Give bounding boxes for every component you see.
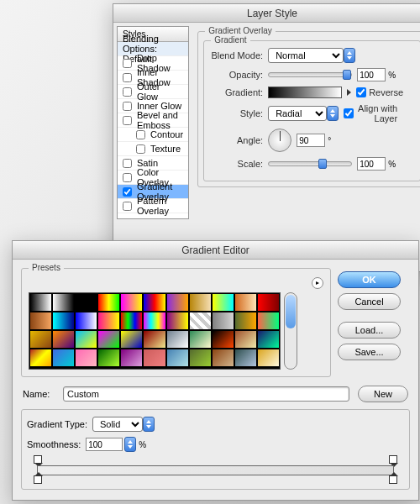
preset-swatch[interactable] bbox=[52, 312, 75, 330]
style-stepper[interactable] bbox=[327, 106, 339, 121]
style-item-bevel-and-emboss[interactable]: Bevel and Emboss bbox=[118, 113, 188, 128]
name-input[interactable] bbox=[63, 386, 349, 402]
opacity-percent: % bbox=[388, 71, 396, 80]
preset-swatch[interactable] bbox=[29, 349, 52, 367]
preset-swatch[interactable] bbox=[97, 330, 120, 349]
angle-dial[interactable] bbox=[268, 129, 291, 152]
presets-menu-icon[interactable]: ▸ bbox=[312, 277, 323, 289]
preset-swatch[interactable] bbox=[143, 330, 165, 349]
preset-swatch[interactable] bbox=[120, 312, 143, 330]
preset-swatch[interactable] bbox=[143, 312, 165, 330]
presets-grid[interactable] bbox=[29, 292, 281, 370]
preset-swatch[interactable] bbox=[97, 293, 120, 312]
preset-swatch[interactable] bbox=[29, 293, 52, 312]
scale-input[interactable] bbox=[357, 157, 386, 171]
preset-swatch[interactable] bbox=[120, 293, 143, 312]
preset-swatch[interactable] bbox=[29, 312, 52, 330]
gradient-type-label: Gradient Type: bbox=[27, 419, 87, 429]
style-select[interactable]: Radial bbox=[268, 106, 327, 121]
color-stop-left[interactable] bbox=[34, 475, 42, 484]
preset-swatch[interactable] bbox=[120, 330, 143, 349]
preset-swatch[interactable] bbox=[189, 293, 212, 312]
preset-swatch[interactable] bbox=[166, 293, 189, 312]
preset-swatch[interactable] bbox=[189, 312, 212, 330]
layer-style-window: Layer Style Styles Blending Options: Def… bbox=[113, 3, 420, 272]
save-button[interactable]: Save... bbox=[338, 344, 401, 360]
cancel-button[interactable]: Cancel bbox=[338, 293, 401, 310]
preset-swatch[interactable] bbox=[257, 349, 280, 367]
preset-swatch[interactable] bbox=[75, 349, 97, 367]
gradient-popup-icon[interactable] bbox=[347, 89, 351, 96]
preset-swatch[interactable] bbox=[75, 330, 97, 349]
opacity-slider[interactable] bbox=[268, 72, 352, 77]
preset-swatch[interactable] bbox=[234, 293, 257, 312]
preset-swatch[interactable] bbox=[120, 349, 143, 367]
style-item-checkbox[interactable] bbox=[123, 116, 132, 125]
angle-input[interactable] bbox=[297, 134, 325, 147]
style-item-checkbox[interactable] bbox=[123, 102, 132, 111]
style-item-checkbox[interactable] bbox=[123, 202, 132, 211]
preset-swatch[interactable] bbox=[97, 312, 120, 330]
preset-swatch[interactable] bbox=[257, 293, 280, 312]
style-item-checkbox[interactable] bbox=[136, 130, 145, 139]
preset-swatch[interactable] bbox=[52, 349, 75, 367]
preset-swatch[interactable] bbox=[29, 330, 52, 349]
preset-swatch[interactable] bbox=[257, 312, 280, 330]
gradient-type-stepper[interactable] bbox=[143, 417, 155, 432]
style-item-checkbox[interactable] bbox=[123, 59, 132, 68]
style-item-checkbox[interactable] bbox=[123, 159, 132, 168]
style-item-checkbox[interactable] bbox=[123, 87, 132, 97]
preset-swatch[interactable] bbox=[143, 293, 165, 312]
preset-swatch[interactable] bbox=[75, 293, 97, 312]
reverse-checkbox[interactable]: Reverse bbox=[356, 87, 415, 97]
smoothness-stepper[interactable] bbox=[124, 437, 136, 452]
preset-swatch[interactable] bbox=[234, 330, 257, 349]
blend-mode-stepper[interactable] bbox=[344, 48, 355, 63]
preset-swatch[interactable] bbox=[189, 330, 212, 349]
smoothness-input[interactable] bbox=[86, 438, 123, 451]
opacity-input[interactable] bbox=[357, 68, 386, 81]
new-button[interactable]: New bbox=[358, 386, 408, 402]
color-stop-right[interactable] bbox=[389, 475, 397, 484]
style-item-checkbox[interactable] bbox=[136, 144, 145, 154]
preset-swatch[interactable] bbox=[257, 330, 280, 349]
gradient-track[interactable] bbox=[37, 465, 394, 475]
preset-swatch[interactable] bbox=[212, 330, 234, 349]
gradient-type-select[interactable]: Solid bbox=[92, 417, 143, 432]
style-item-outer-glow[interactable]: Outer Glow bbox=[118, 85, 188, 99]
angle-degree: ° bbox=[328, 136, 331, 145]
style-item-checkbox[interactable] bbox=[123, 73, 132, 82]
ok-button[interactable]: OK bbox=[338, 271, 401, 288]
load-button[interactable]: Load... bbox=[338, 322, 401, 339]
preset-swatch[interactable] bbox=[143, 349, 165, 367]
opacity-stop-right[interactable] bbox=[389, 455, 397, 464]
preset-swatch[interactable] bbox=[52, 293, 75, 312]
align-checkbox[interactable]: Align with Layer bbox=[344, 103, 402, 123]
opacity-stop-left[interactable] bbox=[34, 455, 42, 464]
preset-swatch[interactable] bbox=[234, 349, 257, 367]
blend-mode-select[interactable]: Normal bbox=[268, 48, 344, 63]
preset-swatch[interactable] bbox=[189, 349, 212, 367]
preset-swatch[interactable] bbox=[212, 349, 234, 367]
preset-swatch[interactable] bbox=[212, 312, 234, 330]
preset-swatch[interactable] bbox=[166, 312, 189, 330]
preset-swatch[interactable] bbox=[234, 312, 257, 330]
style-item-label: Outer Glow bbox=[137, 81, 183, 102]
style-item-checkbox[interactable] bbox=[123, 173, 132, 182]
gradient-preview[interactable] bbox=[268, 87, 342, 98]
style-item-pattern-overlay[interactable]: Pattern Overlay bbox=[118, 199, 188, 213]
preset-swatch[interactable] bbox=[212, 293, 234, 312]
preset-swatch[interactable] bbox=[97, 349, 120, 367]
presets-scrollbar[interactable] bbox=[284, 292, 297, 370]
gradient-stops-bar[interactable] bbox=[34, 455, 397, 484]
blend-mode-label: Blend Mode: bbox=[209, 50, 268, 60]
preset-swatch[interactable] bbox=[52, 330, 75, 349]
style-item-texture[interactable]: Texture bbox=[118, 142, 188, 156]
preset-swatch[interactable] bbox=[166, 330, 189, 349]
scale-label: Scale: bbox=[209, 159, 268, 169]
scale-slider[interactable] bbox=[268, 161, 352, 166]
preset-swatch[interactable] bbox=[166, 349, 189, 367]
style-item-contour[interactable]: Contour bbox=[118, 128, 188, 142]
preset-swatch[interactable] bbox=[75, 312, 97, 330]
style-item-checkbox[interactable] bbox=[123, 187, 132, 197]
